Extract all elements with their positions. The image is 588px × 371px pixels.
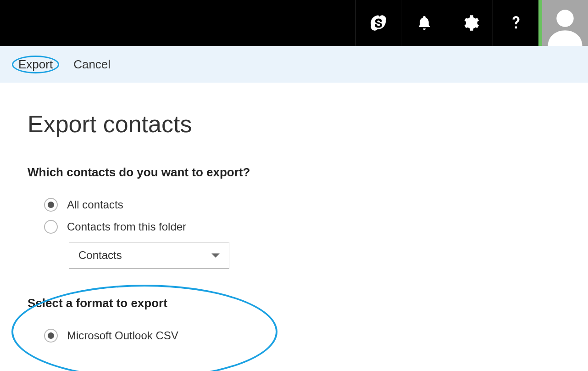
accent-strip xyxy=(538,0,542,46)
top-bar xyxy=(0,0,588,46)
radio-outlook-csv[interactable] xyxy=(44,329,58,343)
svg-point-0 xyxy=(556,10,574,27)
skype-button[interactable] xyxy=(355,0,401,46)
export-button[interactable]: Export xyxy=(18,57,53,72)
main-content: Export contacts Which contacts do you wa… xyxy=(0,83,588,343)
help-button[interactable] xyxy=(493,0,538,46)
help-icon xyxy=(508,15,524,31)
folder-dropdown-value: Contacts xyxy=(78,249,122,262)
skype-icon xyxy=(369,14,388,32)
page-title: Export contacts xyxy=(28,110,588,138)
radio-row-all-contacts: All contacts xyxy=(28,198,588,212)
radio-row-outlook-csv: Microsoft Outlook CSV xyxy=(28,329,588,343)
radio-all-contacts-label: All contacts xyxy=(67,198,123,211)
cancel-button[interactable]: Cancel xyxy=(73,57,111,72)
radio-row-from-folder: Contacts from this folder xyxy=(28,220,588,234)
action-bar: Export Cancel xyxy=(0,46,588,83)
radio-all-contacts[interactable] xyxy=(44,198,58,212)
folder-dropdown[interactable]: Contacts xyxy=(69,242,229,269)
question-select-format: Select a format to export xyxy=(28,296,588,310)
gear-icon xyxy=(461,14,479,32)
radio-outlook-csv-label: Microsoft Outlook CSV xyxy=(67,329,178,342)
bell-icon xyxy=(416,15,433,31)
notifications-button[interactable] xyxy=(401,0,447,46)
question-which-contacts: Which contacts do you want to export? xyxy=(28,165,588,180)
radio-from-folder-label: Contacts from this folder xyxy=(67,220,186,233)
avatar-button[interactable] xyxy=(542,0,588,46)
avatar-icon xyxy=(544,5,586,46)
chevron-down-icon xyxy=(211,253,220,258)
settings-button[interactable] xyxy=(447,0,493,46)
radio-from-folder[interactable] xyxy=(44,220,58,234)
